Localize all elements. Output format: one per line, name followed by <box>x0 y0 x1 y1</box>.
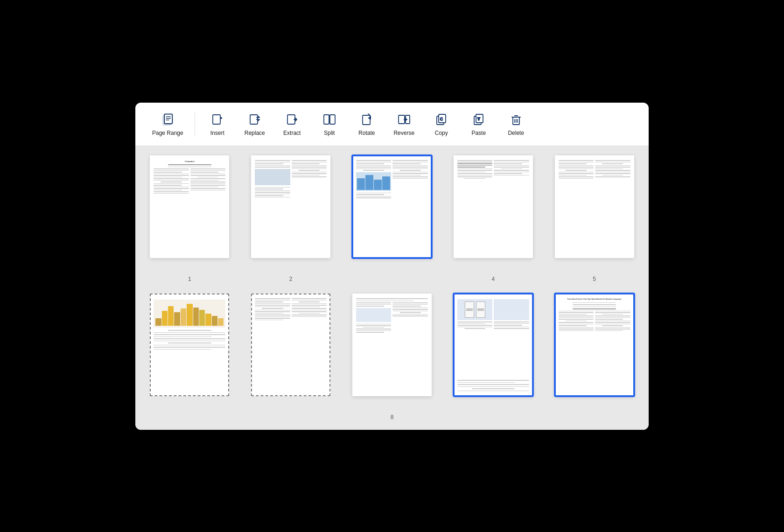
page-item-10: Trace-based Just-in-Time Type Specializa… <box>549 294 639 420</box>
toolbar-label-extract: Extract <box>283 130 301 136</box>
page-thumb-3[interactable] <box>352 155 432 258</box>
page-2-number: 2 <box>289 276 293 282</box>
toolbar-item-split[interactable]: Split <box>311 108 348 140</box>
page-5-label-area: 5 <box>593 274 596 282</box>
page-3-figure <box>356 172 392 191</box>
page-thumb-6[interactable] <box>150 294 229 396</box>
page-8-figure <box>356 308 392 322</box>
page-4-label-area: 4 <box>491 274 495 282</box>
page-2-label-area: 2 <box>289 274 293 282</box>
replace-icon <box>247 112 262 127</box>
page-9-figure-top <box>457 299 493 320</box>
reverse-icon <box>397 112 412 127</box>
page-item-9: 9 <box>448 294 538 420</box>
svg-text:C: C <box>440 117 443 121</box>
page-item-8: 8 <box>347 294 437 420</box>
toolbar-item-copy[interactable]: C Copy <box>423 108 460 140</box>
page-thumb-5[interactable] <box>555 155 634 258</box>
page-thumb-9[interactable] <box>454 294 533 396</box>
toolbar-item-insert[interactable]: Insert <box>199 108 236 140</box>
page-item-6: 6 <box>145 294 235 420</box>
paste-icon: V <box>471 112 486 127</box>
page-item-1: Languages <box>145 155 235 282</box>
content-area: Languages <box>135 146 649 430</box>
svg-rect-13 <box>363 115 370 125</box>
page-thumb-1[interactable]: Languages <box>150 155 229 258</box>
page-thumb-8[interactable] <box>352 294 432 396</box>
page-5-number: 5 <box>593 276 596 282</box>
toolbar-item-page-range[interactable]: Page Range <box>145 108 191 140</box>
delete-icon <box>509 112 524 127</box>
page-1-number: 1 <box>188 276 191 282</box>
toolbar-label-split: Split <box>324 130 335 136</box>
toolbar: Page Range Insert Replace <box>135 103 649 146</box>
extract-icon <box>285 112 300 127</box>
page-10-title: Trace-based Just-in-Time Type Specializa… <box>559 298 630 301</box>
app-window: Page Range Insert Replace <box>135 103 649 430</box>
svg-rect-10 <box>324 115 329 124</box>
page-item-7: 7 <box>246 294 336 420</box>
toolbar-item-rotate[interactable]: Rotate <box>348 108 385 140</box>
toolbar-label-page-range: Page Range <box>152 130 183 136</box>
copy-icon: C <box>434 112 449 127</box>
page-8-label-area: 8 <box>391 412 394 420</box>
svg-rect-11 <box>330 115 335 124</box>
page-thumb-7[interactable] <box>251 294 330 396</box>
page-item-2: 2 <box>246 155 336 282</box>
svg-rect-1 <box>165 114 173 124</box>
toolbar-divider <box>195 112 195 136</box>
page-item-4: 4 <box>448 155 538 282</box>
toolbar-label-copy: Copy <box>435 130 448 136</box>
insert-icon <box>210 112 225 127</box>
svg-rect-5 <box>213 115 220 124</box>
page-thumb-4[interactable] <box>454 155 533 258</box>
toolbar-label-reverse: Reverse <box>393 130 414 136</box>
rotate-icon <box>359 112 374 127</box>
page-thumb-2[interactable] <box>251 155 330 258</box>
toolbar-item-paste[interactable]: V Paste <box>460 108 497 140</box>
page-thumb-10[interactable]: Trace-based Just-in-Time Type Specializa… <box>555 294 634 396</box>
page-range-icon <box>160 112 175 127</box>
page-8-number: 8 <box>391 414 394 420</box>
page-item-5: 5 <box>549 155 639 282</box>
page-2-image <box>255 169 290 185</box>
toolbar-label-replace: Replace <box>245 130 265 136</box>
page-item-3: 3 <box>347 155 437 282</box>
toolbar-item-replace[interactable]: Replace <box>236 108 273 140</box>
toolbar-item-extract[interactable]: Extract <box>273 108 311 140</box>
svg-text:V: V <box>477 117 480 121</box>
toolbar-label-delete: Delete <box>508 130 524 136</box>
page-4-number: 4 <box>491 276 495 282</box>
page-1-title: Languages <box>154 160 225 162</box>
toolbar-label-rotate: Rotate <box>358 130 375 136</box>
toolbar-label-paste: Paste <box>471 130 486 136</box>
toolbar-item-reverse[interactable]: Reverse <box>385 108 423 140</box>
split-icon <box>322 112 337 127</box>
toolbar-label-insert: Insert <box>210 130 224 136</box>
toolbar-item-delete[interactable]: Delete <box>497 108 535 140</box>
pages-grid: Languages <box>145 155 639 420</box>
page-1-label-area: 1 <box>188 274 191 282</box>
page-9-figure-right <box>494 299 529 320</box>
